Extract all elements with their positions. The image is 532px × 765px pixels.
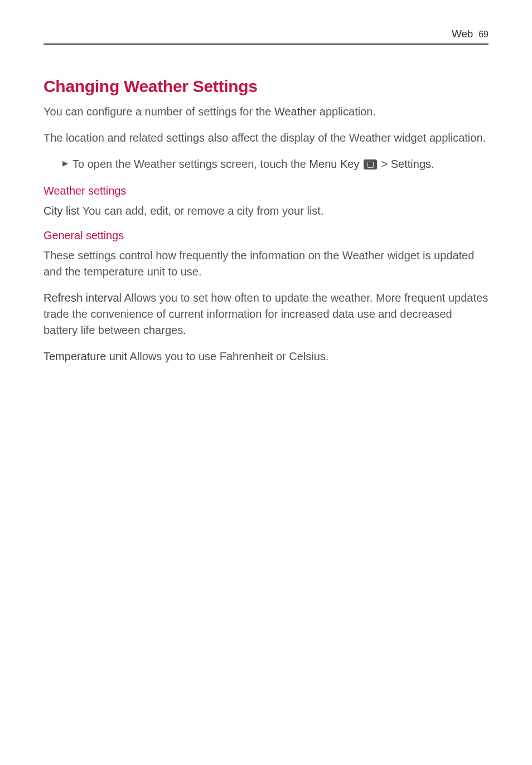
intro-paragraph-1: You can configure a number of settings f… — [43, 104, 489, 120]
city-list-text: You can add, edit, or remove a city from… — [79, 205, 323, 217]
header-page-number: 69 — [478, 30, 489, 40]
city-list-label: City list — [43, 205, 79, 217]
intro-paragraph-2: The location and related settings also a… — [43, 130, 489, 146]
bullet-text-a: To open the Weather settings screen, tou… — [72, 158, 309, 170]
bullet-marker-icon: ▶ — [62, 156, 72, 172]
main-heading: Changing Weather Settings — [43, 77, 489, 96]
refresh-interval-paragraph: Refresh interval Allows you to set how o… — [43, 290, 489, 338]
temperature-unit-text: Allows you to use Fahrenheit or Celsius. — [127, 350, 328, 362]
temperature-unit-paragraph: Temperature unit Allows you to use Fahre… — [43, 348, 489, 365]
intro-1-text-c: application. — [316, 105, 376, 118]
page-container: Web 69 Changing Weather Settings You can… — [0, 0, 532, 765]
heading-general-settings: General settings — [43, 229, 489, 242]
header-section-label: Web — [452, 28, 473, 40]
page-header: Web 69 — [43, 28, 489, 45]
bullet-text-e: . — [431, 158, 434, 170]
bullet-bold-menu-key: Menu Key — [309, 158, 362, 170]
heading-weather-settings: Weather settings — [43, 185, 489, 197]
refresh-interval-label: Refresh interval — [43, 292, 122, 304]
menu-key-icon — [364, 159, 377, 170]
bullet-text-c: > — [378, 158, 391, 170]
temperature-unit-label: Temperature unit — [43, 350, 127, 362]
intro-1-bold: Weather — [274, 105, 316, 118]
general-intro-paragraph: These settings control how frequently th… — [43, 248, 489, 280]
bullet-item: ▶ To open the Weather settings screen, t… — [43, 156, 489, 172]
bullet-bold-settings: Settings — [391, 158, 431, 170]
city-list-paragraph: City list You can add, edit, or remove a… — [43, 203, 489, 219]
intro-1-text-a: You can configure a number of settings f… — [43, 105, 274, 118]
bullet-content: To open the Weather settings screen, tou… — [72, 156, 489, 172]
